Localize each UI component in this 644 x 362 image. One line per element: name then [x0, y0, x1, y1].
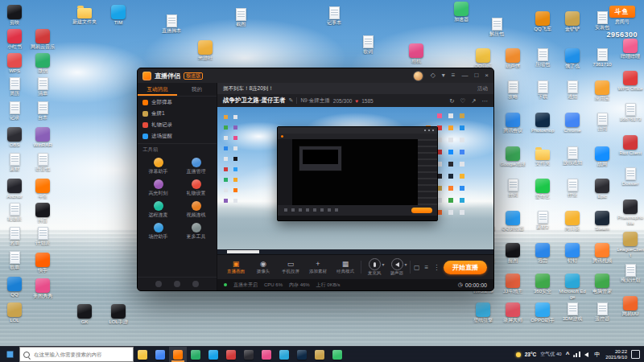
desktop-icon[interactable]: 晚安计划 [617, 264, 644, 283]
desktop-icon[interactable]: QQ浏览器 [499, 211, 526, 232]
desktop-icon[interactable]: 清单 [29, 77, 56, 97]
desktop-icon[interactable]: 台词 [499, 179, 526, 198]
desktop-icon[interactable]: Chrome [559, 113, 586, 134]
start-button[interactable] [0, 347, 19, 362]
desktop-icon[interactable]: 录屏大师 [499, 302, 526, 323]
mic-dropdown-icon[interactable]: ▾ [382, 261, 384, 267]
roombar-icon[interactable]: ⋯ [482, 97, 489, 105]
desktop-icon[interactable]: 葫芦侠 [499, 48, 526, 69]
sidebar-tool[interactable]: 远程连麦 [139, 200, 177, 220]
titlebar-icon[interactable]: × [485, 72, 489, 80]
desktop-icon[interactable]: 美图秀秀 [29, 278, 56, 299]
desktop-icon[interactable]: 小红书 [1, 29, 28, 50]
user-avatar[interactable] [414, 72, 423, 80]
desktop-icon[interactable]: 放假通知 [559, 146, 586, 166]
desktop-icon[interactable]: 名单 [1, 227, 28, 246]
weather-icon[interactable] [516, 352, 521, 357]
sidebar-tool[interactable]: 视频连线 [177, 200, 215, 220]
sidebar-list-item[interactable]: 全部弹幕 [138, 97, 217, 108]
desktop-icon[interactable]: LeagueClient [617, 232, 644, 258]
announcement-link[interactable]: 活动 [477, 85, 488, 93]
live-preview-canvas[interactable] [217, 107, 493, 254]
taskbar-app-icon[interactable] [169, 347, 187, 362]
network-icon[interactable] [573, 352, 580, 357]
taskbar-search[interactable] [19, 347, 134, 362]
desktop-icon[interactable]: 遥控器 [588, 302, 616, 322]
toolbar-more-icon[interactable]: ⋮ [433, 264, 440, 271]
sidebar-tool[interactable]: 场控助手 [139, 221, 177, 241]
roombar-icon[interactable]: ♡ [460, 97, 465, 105]
sidebar-footer-icon[interactable] [174, 281, 180, 287]
desktop-icon[interactable]: 歌词 [354, 35, 382, 55]
desktop-icon[interactable]: 压缩包 [529, 48, 556, 68]
search-input[interactable] [32, 351, 126, 358]
toolbar-more-icon[interactable]: ≡ [425, 264, 429, 271]
sidebar-list-item[interactable]: 进场提醒 [138, 130, 217, 142]
desktop-icon[interactable]: 3DM游戏 [559, 302, 586, 322]
desktop-icon[interactable]: 记事本 [320, 6, 348, 26]
desktop-icon[interactable]: 醒图 [499, 243, 526, 264]
weather-air-quality[interactable]: 空气优 40 [540, 351, 561, 358]
desktop-icon[interactable]: 腾讯视频 [588, 243, 616, 264]
desktop-icon[interactable]: 饿了么 [559, 48, 586, 69]
desktop-icon[interactable]: 歌单 [1, 251, 28, 270]
taskbar-app-icon[interactable] [275, 347, 293, 362]
desktop-icon[interactable]: GK [71, 304, 98, 325]
desktop-icon[interactable]: Anchor [1, 179, 28, 200]
taskbar-clock[interactable]: 20:22 2021/9/10 [605, 349, 627, 360]
titlebar-icon[interactable]: □ [474, 72, 478, 80]
desktop-icon[interactable]: 台本 [29, 101, 56, 121]
taskbar-app-icon[interactable] [293, 347, 311, 362]
roombar-icon[interactable]: ↗ [471, 97, 476, 105]
toolbar-button[interactable]: ▦经典模式 [333, 260, 357, 274]
speaker-button[interactable]: ▾ 扬声器 [387, 258, 407, 276]
desktop-icon[interactable]: 钉钉 [559, 243, 586, 264]
desktop-icon[interactable]: 360安全 [529, 274, 556, 294]
desktop-icon[interactable]: 应用宝 [588, 80, 616, 101]
desktop-icon[interactable]: 迅雷 [529, 243, 556, 264]
desktop-icon[interactable]: LOL手游 [105, 304, 132, 325]
sidebar-tool[interactable]: 弹幕助手 [139, 156, 177, 176]
desktop-icon[interactable]: 通知 [559, 80, 586, 100]
desktop-icon[interactable]: 快手 [29, 253, 56, 274]
desktop-icon[interactable]: 7361710 [588, 48, 616, 68]
sidebar-tab[interactable]: 互动消息 [138, 83, 177, 96]
desktop-icon[interactable]: 抖音 [29, 203, 56, 224]
sidebar-list-item[interactable]: 礼物记录 [138, 119, 217, 130]
desktop-icon[interactable]: OPPO助手 [529, 302, 556, 323]
desktop-icon[interactable]: 语音包 [29, 153, 56, 172]
desktop-icon[interactable]: JJ斗地主 [499, 274, 526, 294]
tray-expand-icon[interactable]: ^ [566, 352, 570, 358]
desktop-icon[interactable]: QQ [1, 277, 28, 298]
desktop-icon[interactable]: 简历 [1, 77, 28, 97]
toolbar-more-icon[interactable]: ▢ [414, 264, 420, 271]
titlebar-icon[interactable]: ▾ [442, 72, 445, 80]
edit-room-title-icon[interactable]: ✎ [289, 97, 294, 104]
desktop-icon[interactable]: 向日葵 [559, 211, 586, 232]
sidebar-footer-icon[interactable] [192, 281, 199, 287]
desktop-icon[interactable]: 作业 [559, 179, 586, 198]
sidebar-tool[interactable]: 更多工具 [177, 221, 215, 241]
input-method-indicator[interactable]: 中 [592, 350, 601, 360]
desktop-icon[interactable]: 记录 [1, 101, 28, 121]
desktop-icon[interactable]: 礼物表 [1, 203, 28, 222]
sidebar-footer-icon[interactable] [155, 281, 162, 287]
taskbar-app-icon[interactable] [134, 347, 151, 362]
desktop-icon[interactable]: 网易UU [617, 296, 644, 317]
desktop-icon[interactable]: 下载 [529, 80, 556, 100]
desktop-icon[interactable]: LOL [1, 302, 28, 323]
desktop-icon[interactable]: 新建文件夹 [71, 5, 98, 25]
desktop-icon[interactable]: 电脑管家 [588, 274, 616, 294]
desktop-icon[interactable]: Steam [588, 211, 616, 232]
desktop-icon[interactable]: 解压包 [483, 18, 510, 37]
desktop-icon[interactable]: Epic [588, 179, 616, 200]
desktop-icon[interactable]: Riot Client [617, 135, 644, 156]
taskbar-app-icon[interactable] [151, 347, 169, 362]
desktop-icon[interactable]: Photoshop [529, 113, 556, 134]
taskbar-app-icon[interactable] [204, 347, 222, 362]
desktop-icon[interactable]: 计划表 [29, 227, 56, 246]
toolbar-button[interactable]: +添加素材 [306, 260, 330, 274]
taskbar-app-icon[interactable] [222, 347, 240, 362]
desktop-icon[interactable]: WinRAR [29, 127, 56, 148]
desktop-icon[interactable]: 爱奇艺 [529, 179, 556, 200]
